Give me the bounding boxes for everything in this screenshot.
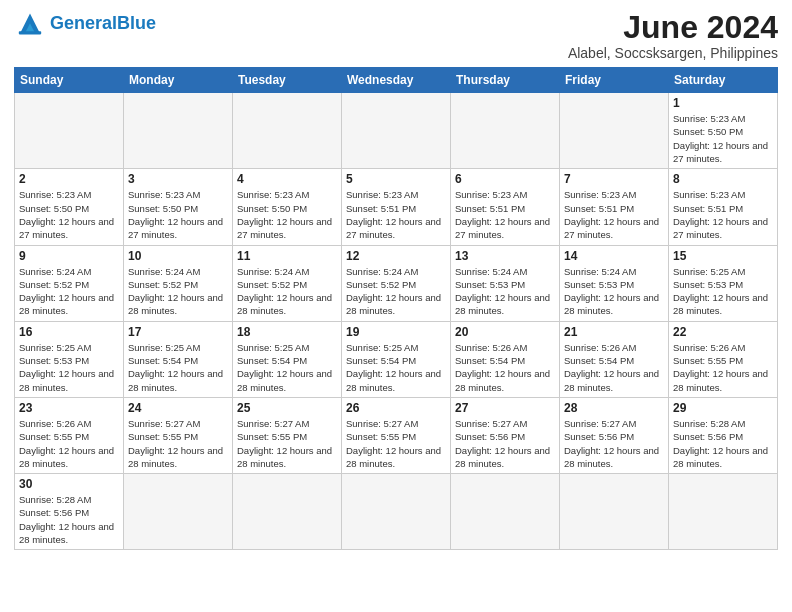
day-info: Sunrise: 5:28 AM Sunset: 5:56 PM Dayligh… <box>19 493 119 546</box>
day-number: 24 <box>128 401 228 415</box>
calendar-cell <box>342 93 451 169</box>
day-info: Sunrise: 5:27 AM Sunset: 5:55 PM Dayligh… <box>346 417 446 470</box>
day-number: 7 <box>564 172 664 186</box>
weekday-header: Sunday <box>15 68 124 93</box>
calendar-cell: 9Sunrise: 5:24 AM Sunset: 5:52 PM Daylig… <box>15 245 124 321</box>
day-info: Sunrise: 5:23 AM Sunset: 5:50 PM Dayligh… <box>673 112 773 165</box>
title-block: June 2024 Alabel, Soccsksargen, Philippi… <box>568 10 778 61</box>
weekday-header: Saturday <box>669 68 778 93</box>
day-info: Sunrise: 5:23 AM Sunset: 5:51 PM Dayligh… <box>564 188 664 241</box>
day-info: Sunrise: 5:25 AM Sunset: 5:53 PM Dayligh… <box>19 341 119 394</box>
calendar-cell: 19Sunrise: 5:25 AM Sunset: 5:54 PM Dayli… <box>342 321 451 397</box>
day-number: 4 <box>237 172 337 186</box>
day-number: 23 <box>19 401 119 415</box>
day-number: 3 <box>128 172 228 186</box>
day-info: Sunrise: 5:24 AM Sunset: 5:52 PM Dayligh… <box>128 265 228 318</box>
calendar-cell: 1Sunrise: 5:23 AM Sunset: 5:50 PM Daylig… <box>669 93 778 169</box>
calendar-week-row: 9Sunrise: 5:24 AM Sunset: 5:52 PM Daylig… <box>15 245 778 321</box>
day-number: 30 <box>19 477 119 491</box>
day-number: 15 <box>673 249 773 263</box>
calendar-week-row: 23Sunrise: 5:26 AM Sunset: 5:55 PM Dayli… <box>15 397 778 473</box>
calendar-cell: 15Sunrise: 5:25 AM Sunset: 5:53 PM Dayli… <box>669 245 778 321</box>
calendar-cell: 6Sunrise: 5:23 AM Sunset: 5:51 PM Daylig… <box>451 169 560 245</box>
calendar-cell: 12Sunrise: 5:24 AM Sunset: 5:52 PM Dayli… <box>342 245 451 321</box>
day-number: 21 <box>564 325 664 339</box>
calendar-cell: 17Sunrise: 5:25 AM Sunset: 5:54 PM Dayli… <box>124 321 233 397</box>
calendar-week-row: 30Sunrise: 5:28 AM Sunset: 5:56 PM Dayli… <box>15 474 778 550</box>
day-info: Sunrise: 5:25 AM Sunset: 5:54 PM Dayligh… <box>128 341 228 394</box>
day-info: Sunrise: 5:26 AM Sunset: 5:54 PM Dayligh… <box>455 341 555 394</box>
calendar-cell: 5Sunrise: 5:23 AM Sunset: 5:51 PM Daylig… <box>342 169 451 245</box>
day-number: 16 <box>19 325 119 339</box>
calendar-cell: 8Sunrise: 5:23 AM Sunset: 5:51 PM Daylig… <box>669 169 778 245</box>
calendar-week-row: 16Sunrise: 5:25 AM Sunset: 5:53 PM Dayli… <box>15 321 778 397</box>
calendar-cell: 11Sunrise: 5:24 AM Sunset: 5:52 PM Dayli… <box>233 245 342 321</box>
weekday-header: Friday <box>560 68 669 93</box>
logo: GeneralBlue <box>14 10 156 38</box>
day-info: Sunrise: 5:27 AM Sunset: 5:55 PM Dayligh… <box>237 417 337 470</box>
weekday-header: Thursday <box>451 68 560 93</box>
day-info: Sunrise: 5:24 AM Sunset: 5:52 PM Dayligh… <box>346 265 446 318</box>
calendar-cell: 20Sunrise: 5:26 AM Sunset: 5:54 PM Dayli… <box>451 321 560 397</box>
calendar-cell: 18Sunrise: 5:25 AM Sunset: 5:54 PM Dayli… <box>233 321 342 397</box>
day-info: Sunrise: 5:27 AM Sunset: 5:56 PM Dayligh… <box>455 417 555 470</box>
weekday-header: Tuesday <box>233 68 342 93</box>
day-info: Sunrise: 5:23 AM Sunset: 5:51 PM Dayligh… <box>346 188 446 241</box>
day-info: Sunrise: 5:26 AM Sunset: 5:55 PM Dayligh… <box>673 341 773 394</box>
calendar-cell: 13Sunrise: 5:24 AM Sunset: 5:53 PM Dayli… <box>451 245 560 321</box>
day-number: 28 <box>564 401 664 415</box>
calendar-cell <box>233 474 342 550</box>
calendar-cell: 16Sunrise: 5:25 AM Sunset: 5:53 PM Dayli… <box>15 321 124 397</box>
calendar-cell: 24Sunrise: 5:27 AM Sunset: 5:55 PM Dayli… <box>124 397 233 473</box>
day-number: 17 <box>128 325 228 339</box>
day-number: 2 <box>19 172 119 186</box>
day-number: 22 <box>673 325 773 339</box>
day-number: 26 <box>346 401 446 415</box>
month-title: June 2024 <box>568 10 778 45</box>
day-number: 29 <box>673 401 773 415</box>
day-info: Sunrise: 5:24 AM Sunset: 5:52 PM Dayligh… <box>19 265 119 318</box>
day-number: 8 <box>673 172 773 186</box>
calendar-cell <box>233 93 342 169</box>
day-number: 12 <box>346 249 446 263</box>
calendar-cell: 27Sunrise: 5:27 AM Sunset: 5:56 PM Dayli… <box>451 397 560 473</box>
calendar-cell: 10Sunrise: 5:24 AM Sunset: 5:52 PM Dayli… <box>124 245 233 321</box>
subtitle: Alabel, Soccsksargen, Philippines <box>568 45 778 61</box>
day-info: Sunrise: 5:24 AM Sunset: 5:53 PM Dayligh… <box>455 265 555 318</box>
day-number: 1 <box>673 96 773 110</box>
page: GeneralBlue June 2024 Alabel, Soccsksarg… <box>0 0 792 612</box>
day-info: Sunrise: 5:28 AM Sunset: 5:56 PM Dayligh… <box>673 417 773 470</box>
calendar-cell: 21Sunrise: 5:26 AM Sunset: 5:54 PM Dayli… <box>560 321 669 397</box>
day-number: 11 <box>237 249 337 263</box>
calendar-cell: 3Sunrise: 5:23 AM Sunset: 5:50 PM Daylig… <box>124 169 233 245</box>
logo-text: GeneralBlue <box>50 14 156 34</box>
calendar-week-row: 2Sunrise: 5:23 AM Sunset: 5:50 PM Daylig… <box>15 169 778 245</box>
weekday-header: Wednesday <box>342 68 451 93</box>
day-info: Sunrise: 5:23 AM Sunset: 5:51 PM Dayligh… <box>673 188 773 241</box>
calendar-week-row: 1Sunrise: 5:23 AM Sunset: 5:50 PM Daylig… <box>15 93 778 169</box>
header: GeneralBlue June 2024 Alabel, Soccsksarg… <box>14 10 778 61</box>
day-info: Sunrise: 5:23 AM Sunset: 5:50 PM Dayligh… <box>19 188 119 241</box>
day-info: Sunrise: 5:25 AM Sunset: 5:54 PM Dayligh… <box>346 341 446 394</box>
day-info: Sunrise: 5:25 AM Sunset: 5:53 PM Dayligh… <box>673 265 773 318</box>
calendar-cell: 7Sunrise: 5:23 AM Sunset: 5:51 PM Daylig… <box>560 169 669 245</box>
day-number: 18 <box>237 325 337 339</box>
calendar-cell <box>451 93 560 169</box>
calendar-cell: 22Sunrise: 5:26 AM Sunset: 5:55 PM Dayli… <box>669 321 778 397</box>
calendar-cell <box>124 93 233 169</box>
calendar-cell <box>15 93 124 169</box>
logo-blue: Blue <box>117 13 156 33</box>
day-number: 5 <box>346 172 446 186</box>
calendar: SundayMondayTuesdayWednesdayThursdayFrid… <box>14 67 778 550</box>
day-number: 13 <box>455 249 555 263</box>
calendar-cell <box>342 474 451 550</box>
day-info: Sunrise: 5:24 AM Sunset: 5:53 PM Dayligh… <box>564 265 664 318</box>
day-number: 14 <box>564 249 664 263</box>
calendar-cell <box>124 474 233 550</box>
day-number: 9 <box>19 249 119 263</box>
calendar-cell: 30Sunrise: 5:28 AM Sunset: 5:56 PM Dayli… <box>15 474 124 550</box>
calendar-cell: 14Sunrise: 5:24 AM Sunset: 5:53 PM Dayli… <box>560 245 669 321</box>
calendar-cell: 23Sunrise: 5:26 AM Sunset: 5:55 PM Dayli… <box>15 397 124 473</box>
svg-rect-2 <box>19 31 41 34</box>
calendar-header-row: SundayMondayTuesdayWednesdayThursdayFrid… <box>15 68 778 93</box>
